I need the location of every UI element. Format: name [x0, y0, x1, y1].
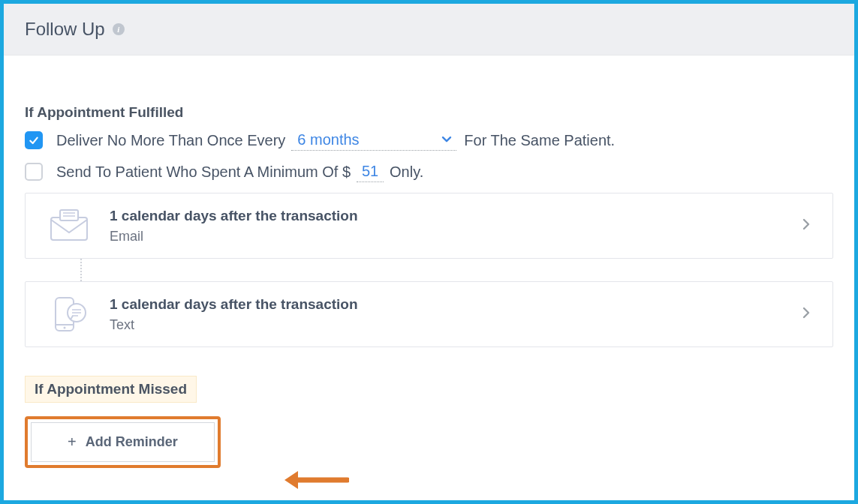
annotation-arrow-icon	[281, 465, 349, 498]
minimum-spend-input[interactable]: 51	[357, 161, 384, 182]
minimum-spend-row: Send To Patient Who Spent A Minimum Of $…	[25, 161, 833, 182]
plus-icon: +	[68, 434, 77, 451]
timeline-connector	[80, 259, 82, 281]
phone-text-icon	[48, 296, 90, 333]
section-missed-highlight: If Appointment Missed	[25, 376, 197, 403]
interval-value: 6 months	[297, 131, 359, 148]
deliver-suffix: For The Same Patient.	[464, 132, 615, 149]
reminder-type: Email	[110, 229, 802, 244]
reminder-card-text[interactable]: 1 calendar days after the transaction Te…	[25, 281, 833, 347]
page-header: Follow Up i	[4, 4, 854, 56]
add-reminder-button[interactable]: + Add Reminder	[31, 422, 215, 462]
svg-rect-1	[60, 210, 78, 220]
chevron-right-icon	[802, 307, 810, 322]
reminder-title: 1 calendar days after the transaction	[110, 208, 802, 224]
svg-point-6	[64, 327, 66, 329]
page-title: Follow Up	[25, 19, 105, 40]
reminder-title: 1 calendar days after the transaction	[110, 296, 802, 313]
add-reminder-label: Add Reminder	[86, 434, 178, 450]
checkmark-icon	[28, 134, 40, 146]
reminder-type: Text	[110, 317, 802, 333]
info-icon[interactable]: i	[113, 23, 125, 35]
section-missed-label: If Appointment Missed	[35, 381, 187, 397]
deliver-frequency-row: Deliver No More Than Once Every 6 months…	[25, 130, 833, 151]
minimum-spend-checkbox[interactable]	[25, 163, 43, 181]
spend-suffix: Only.	[390, 164, 423, 181]
deliver-prefix: Deliver No More Than Once Every	[56, 132, 285, 149]
interval-dropdown[interactable]: 6 months	[291, 130, 456, 151]
email-icon	[48, 207, 90, 244]
chevron-right-icon	[802, 218, 810, 234]
spend-prefix: Send To Patient Who Spent A Minimum Of $	[56, 164, 351, 181]
deliver-frequency-checkbox[interactable]	[25, 131, 43, 149]
chevron-down-icon	[441, 130, 452, 147]
add-reminder-highlight: + Add Reminder	[25, 416, 221, 468]
reminder-card-email[interactable]: 1 calendar days after the transaction Em…	[25, 193, 833, 259]
section-fulfilled-label: If Appointment Fulfilled	[25, 104, 833, 121]
